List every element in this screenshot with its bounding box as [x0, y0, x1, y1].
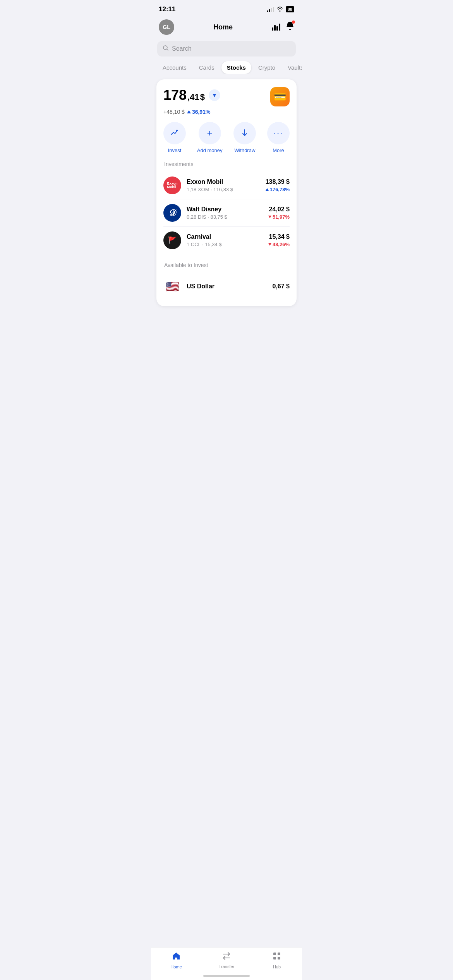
arrow-up-icon: [187, 110, 191, 113]
usdollar-name: US Dollar: [187, 283, 267, 290]
arrow-up-icon: [266, 188, 269, 191]
exxon-values: 138,39 $ 176,78%: [266, 178, 290, 192]
notification-icon[interactable]: [286, 21, 294, 33]
more-label: More: [273, 147, 284, 153]
wifi-icon: [276, 6, 283, 13]
exxon-change: 176,78%: [266, 187, 290, 192]
withdraw-button[interactable]: Withdraw: [233, 122, 256, 153]
exxon-info: Exxon Mobil 1,18 XOM · 116,83 $: [187, 178, 260, 192]
usdollar-item[interactable]: 🇺🇸 US Dollar 0,67 $: [163, 273, 290, 300]
exxon-name: Exxon Mobil: [187, 178, 260, 185]
withdraw-label: Withdraw: [234, 147, 255, 153]
withdraw-icon: [241, 128, 249, 138]
change-percentage: 36,91%: [187, 109, 210, 115]
carnival-meta: 1 CCL · 15,34 $: [187, 242, 263, 247]
carnival-info: Carnival 1 CCL · 15,34 $: [187, 233, 263, 247]
invest-label: Invest: [168, 147, 182, 153]
tab-stocks[interactable]: Stocks: [221, 61, 251, 74]
header-actions: [272, 21, 294, 33]
exxon-logo: ExxonMobil: [163, 176, 181, 194]
tab-vaults[interactable]: Vaults: [282, 61, 302, 74]
chevron-down-icon: ▼: [212, 92, 217, 98]
carnival-name: Carnival: [187, 233, 263, 240]
arrow-down-icon: [268, 243, 271, 246]
tab-cards[interactable]: Cards: [194, 61, 220, 74]
arrow-down-icon: [268, 216, 271, 218]
exxon-item[interactable]: ExxonMobil Exxon Mobil 1,18 XOM · 116,83…: [163, 172, 290, 199]
exxon-price: 138,39 $: [266, 178, 290, 185]
tabs-bar: Accounts Cards Stocks Crypto Vaults: [151, 61, 302, 74]
add-icon: +: [207, 128, 213, 139]
search-bar[interactable]: Search: [157, 41, 296, 57]
carnival-price: 15,34 $: [268, 233, 290, 240]
battery-icon: 88: [286, 6, 294, 12]
us-flag-icon: 🇺🇸: [163, 278, 181, 295]
disney-name: Walt Disney: [187, 206, 263, 213]
balance-currency: $: [200, 92, 205, 102]
more-dots-icon: ···: [274, 128, 283, 138]
add-money-button[interactable]: + Add money: [197, 122, 223, 153]
wallet-icon: 💳: [270, 87, 290, 106]
change-amount: +48,10 $: [163, 109, 185, 115]
avatar[interactable]: GL: [159, 19, 174, 35]
usdollar-amount: 0,67 $: [273, 283, 290, 290]
carnival-change: 48,26%: [268, 242, 290, 247]
balance-integer: 178: [163, 87, 187, 103]
disney-info: Walt Disney 0,28 DIS · 83,75 $: [187, 206, 263, 220]
header: GL Home: [151, 16, 302, 39]
balance-row: 178 ,41 $ ▼ 💳: [163, 87, 290, 106]
status-icons: 88: [267, 6, 294, 13]
more-button[interactable]: ··· More: [267, 122, 290, 153]
carnival-logo: 🚩: [163, 231, 181, 249]
portfolio-card: 178 ,41 $ ▼ 💳 +48,10 $ 36,91%: [156, 79, 297, 306]
balance-left: 178 ,41 $ ▼: [163, 87, 220, 103]
signal-icon: [267, 7, 274, 12]
balance-dropdown-button[interactable]: ▼: [209, 89, 220, 101]
available-label: Available to Invest: [163, 262, 290, 268]
disney-values: 24,02 $ 51,97%: [268, 206, 290, 220]
balance-change: +48,10 $ 36,91%: [163, 109, 290, 115]
available-section: Available to Invest 🇺🇸 US Dollar 0,67 $: [163, 260, 290, 300]
notification-dot: [292, 21, 295, 24]
page-title: Home: [213, 23, 233, 31]
disney-logo: 𝒟: [163, 204, 181, 222]
search-icon: [163, 45, 169, 53]
disney-meta: 0,28 DIS · 83,75 $: [187, 214, 263, 220]
disney-change: 51,97%: [268, 214, 290, 220]
tab-crypto[interactable]: Crypto: [253, 61, 281, 74]
action-buttons: Invest + Add money Withdraw: [163, 122, 290, 153]
svg-point-1: [176, 130, 178, 131]
disney-item[interactable]: 𝒟 Walt Disney 0,28 DIS · 83,75 $ 24,02 $…: [163, 199, 290, 227]
investments-label: Investments: [163, 161, 290, 167]
status-time: 12:11: [159, 5, 175, 13]
status-bar: 12:11 88: [151, 0, 302, 16]
analytics-icon[interactable]: [272, 24, 280, 31]
tab-accounts[interactable]: Accounts: [157, 61, 192, 74]
search-placeholder: Search: [172, 45, 192, 52]
invest-icon: [170, 128, 179, 139]
add-money-label: Add money: [197, 147, 223, 153]
disney-price: 24,02 $: [268, 206, 290, 213]
carnival-item[interactable]: 🚩 Carnival 1 CCL · 15,34 $ 15,34 $ 48,26…: [163, 227, 290, 254]
invest-button[interactable]: Invest: [163, 122, 186, 153]
carnival-values: 15,34 $ 48,26%: [268, 233, 290, 247]
exxon-meta: 1,18 XOM · 116,83 $: [187, 187, 260, 192]
balance-decimal: ,41: [187, 92, 199, 102]
